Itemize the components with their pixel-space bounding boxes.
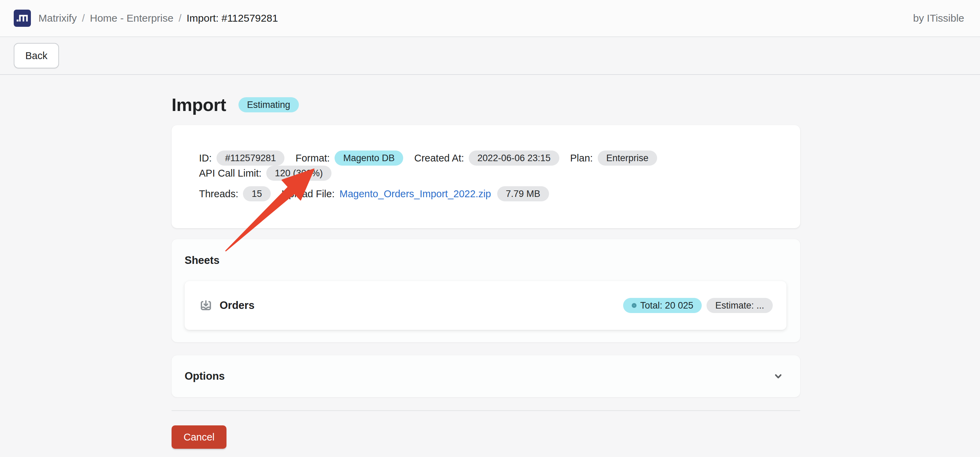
total-badge: Total: 20 025 bbox=[623, 298, 702, 313]
cancel-button[interactable]: Cancel bbox=[172, 425, 226, 449]
detail-created-at-label: Created At: bbox=[414, 153, 464, 164]
matrixify-glyph-icon bbox=[14, 10, 31, 27]
sheet-badges: Total: 20 025 Estimate: ... bbox=[623, 298, 773, 313]
toolbar: Back bbox=[0, 37, 980, 75]
detail-upload-file: Upload File: Magento_Orders_Import_2022.… bbox=[282, 186, 549, 201]
detail-format-label: Format: bbox=[296, 153, 330, 164]
matrixify-logo-icon[interactable] bbox=[14, 10, 31, 27]
breadcrumb-separator: / bbox=[178, 12, 181, 24]
total-badge-text: Total: 20 025 bbox=[640, 300, 694, 311]
detail-api-call-limit-label: API Call Limit: bbox=[199, 168, 261, 179]
options-heading: Options bbox=[185, 370, 225, 382]
page-content: Import Estimating ID: #112579281 Format:… bbox=[172, 75, 800, 449]
estimate-badge: Estimate: ... bbox=[706, 298, 773, 313]
breadcrumb-separator: / bbox=[82, 12, 85, 24]
detail-format: Format: Magento DB bbox=[296, 150, 403, 166]
detail-format-value: Magento DB bbox=[334, 150, 403, 166]
sheet-name: Orders bbox=[220, 299, 255, 312]
details-row-1: ID: #112579281 Format: Magento DB Create… bbox=[199, 150, 773, 181]
import-icon bbox=[199, 299, 213, 312]
upload-file-size-badge: 7.79 MB bbox=[497, 186, 549, 201]
sheets-card: Sheets Orders Total: 20 025 Estimate: ..… bbox=[172, 239, 800, 342]
chevron-down-icon[interactable] bbox=[772, 370, 784, 382]
breadcrumb: Matrixify / Home - Enterprise / Import: … bbox=[38, 12, 278, 24]
detail-threads-label: Threads: bbox=[199, 188, 238, 200]
breadcrumb-home-enterprise[interactable]: Home - Enterprise bbox=[90, 12, 173, 24]
details-row-2: Threads: 15 Upload File: Magento_Orders_… bbox=[199, 186, 773, 201]
import-details-card: ID: #112579281 Format: Magento DB Create… bbox=[172, 125, 800, 228]
detail-created-at: Created At: 2022-06-06 23:15 bbox=[414, 150, 559, 166]
breadcrumb-matrixify[interactable]: Matrixify bbox=[38, 12, 77, 24]
detail-threads-value: 15 bbox=[243, 186, 270, 201]
page-title: Import bbox=[172, 94, 226, 115]
detail-id-label: ID: bbox=[199, 153, 212, 164]
byline: by ITissible bbox=[913, 12, 964, 24]
sheets-heading: Sheets bbox=[185, 254, 786, 267]
detail-plan: Plan: Enterprise bbox=[570, 150, 657, 166]
detail-upload-file-label: Upload File: bbox=[282, 188, 335, 200]
detail-plan-label: Plan: bbox=[570, 153, 593, 164]
detail-id: ID: #112579281 bbox=[199, 150, 285, 166]
detail-plan-value: Enterprise bbox=[598, 150, 657, 166]
detail-api-call-limit-value: 120 (300%) bbox=[266, 166, 331, 181]
detail-created-at-value: 2022-06-06 23:15 bbox=[469, 150, 559, 166]
back-button[interactable]: Back bbox=[14, 43, 59, 69]
in-progress-pip-icon bbox=[632, 303, 636, 308]
options-card[interactable]: Options bbox=[172, 355, 800, 397]
upload-file-link[interactable]: Magento_Orders_Import_2022.zip bbox=[339, 188, 491, 200]
footer-divider bbox=[172, 410, 800, 411]
top-bar: Matrixify / Home - Enterprise / Import: … bbox=[0, 0, 980, 37]
page-header: Import Estimating bbox=[172, 93, 800, 116]
sheet-row-orders: Orders Total: 20 025 Estimate: ... bbox=[185, 281, 786, 330]
detail-api-call-limit: API Call Limit: 120 (300%) bbox=[199, 166, 331, 181]
detail-id-value: #112579281 bbox=[216, 150, 285, 166]
breadcrumb-current-import: Import: #112579281 bbox=[187, 12, 278, 24]
detail-threads: Threads: 15 bbox=[199, 186, 271, 201]
status-badge: Estimating bbox=[239, 97, 299, 112]
